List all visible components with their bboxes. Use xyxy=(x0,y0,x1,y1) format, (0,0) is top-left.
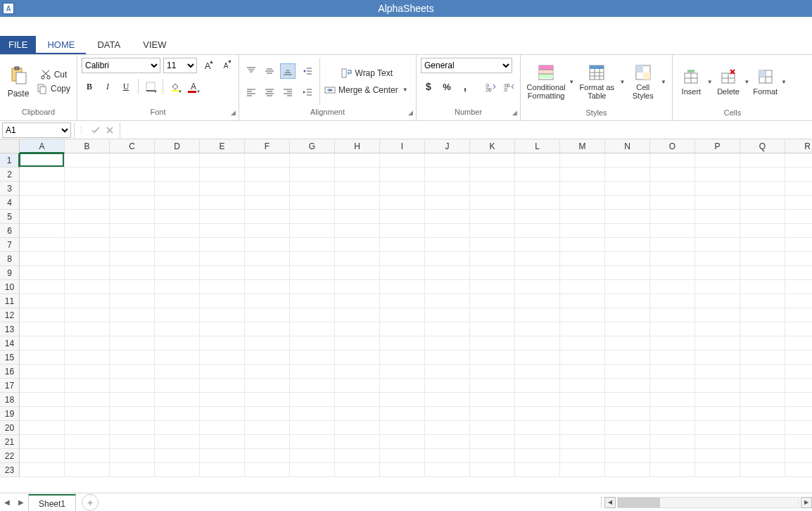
cell[interactable] xyxy=(695,336,740,351)
cell[interactable] xyxy=(245,224,290,238)
grow-font-button[interactable]: A▲ xyxy=(200,58,215,73)
cell[interactable] xyxy=(650,421,695,435)
cell[interactable] xyxy=(290,421,335,435)
row-header[interactable]: 21 xyxy=(0,435,20,449)
align-top-button[interactable] xyxy=(243,63,259,79)
cell[interactable] xyxy=(290,294,335,308)
column-header[interactable]: B xyxy=(65,139,110,153)
cell[interactable] xyxy=(470,210,515,224)
format-as-table-button[interactable]: Format as Table xyxy=(576,58,618,106)
cell[interactable] xyxy=(20,365,65,379)
cell[interactable] xyxy=(425,280,470,294)
cell[interactable] xyxy=(560,393,605,407)
cell[interactable] xyxy=(515,153,560,168)
cell[interactable] xyxy=(155,322,200,336)
cell[interactable] xyxy=(110,308,155,322)
cell[interactable] xyxy=(200,351,245,365)
cell[interactable] xyxy=(380,449,425,463)
cell[interactable] xyxy=(515,294,560,308)
cell[interactable] xyxy=(380,308,425,322)
cell[interactable] xyxy=(380,252,425,266)
cell[interactable] xyxy=(20,449,65,463)
cell[interactable] xyxy=(740,463,785,477)
cell[interactable] xyxy=(425,224,470,238)
cell[interactable] xyxy=(650,168,695,182)
cell[interactable] xyxy=(425,379,470,393)
cell[interactable] xyxy=(605,153,650,168)
row-header[interactable]: 8 xyxy=(0,252,20,266)
cell[interactable] xyxy=(605,280,650,294)
row-header[interactable]: 22 xyxy=(0,449,20,463)
cell[interactable] xyxy=(605,421,650,435)
cell[interactable] xyxy=(785,196,812,210)
cell[interactable] xyxy=(245,266,290,280)
cell[interactable] xyxy=(335,308,380,322)
cell[interactable] xyxy=(380,421,425,435)
cell[interactable] xyxy=(335,351,380,365)
cell[interactable] xyxy=(470,379,515,393)
cell[interactable] xyxy=(785,294,812,308)
cell[interactable] xyxy=(65,379,110,393)
cell[interactable] xyxy=(110,449,155,463)
align-center-button[interactable] xyxy=(262,84,277,100)
row-header[interactable]: 15 xyxy=(0,351,20,365)
cell[interactable] xyxy=(695,421,740,435)
cell[interactable] xyxy=(155,308,200,322)
cell[interactable] xyxy=(425,153,470,168)
cell[interactable] xyxy=(20,224,65,238)
cell[interactable] xyxy=(470,463,515,477)
cell[interactable] xyxy=(470,280,515,294)
cell[interactable] xyxy=(695,435,740,449)
cell[interactable] xyxy=(650,280,695,294)
cond-format-dd-icon[interactable]: ▼ xyxy=(567,79,576,85)
cell[interactable] xyxy=(110,336,155,351)
cell[interactable] xyxy=(740,308,785,322)
decrease-decimal-button[interactable]: .00.0 xyxy=(501,79,516,94)
cell[interactable] xyxy=(695,449,740,463)
formula-input[interactable] xyxy=(123,122,812,138)
cell[interactable] xyxy=(470,308,515,322)
cell[interactable] xyxy=(470,421,515,435)
cell[interactable] xyxy=(605,182,650,196)
cell[interactable] xyxy=(155,266,200,280)
sheet-nav-prev[interactable]: ◀ xyxy=(0,498,14,506)
cell[interactable] xyxy=(155,463,200,477)
cell[interactable] xyxy=(200,336,245,351)
cell[interactable] xyxy=(335,252,380,266)
cell[interactable] xyxy=(335,153,380,168)
cell[interactable] xyxy=(560,421,605,435)
row-header[interactable]: 14 xyxy=(0,336,20,351)
cell[interactable] xyxy=(650,153,695,168)
cell[interactable] xyxy=(785,435,812,449)
cell[interactable] xyxy=(335,336,380,351)
cell[interactable] xyxy=(470,238,515,252)
cell[interactable] xyxy=(380,266,425,280)
cell[interactable] xyxy=(560,280,605,294)
conditional-formatting-button[interactable]: Conditional Formatting xyxy=(525,58,567,106)
cell[interactable] xyxy=(380,168,425,182)
cell[interactable] xyxy=(785,336,812,351)
cell[interactable] xyxy=(200,365,245,379)
align-bottom-button[interactable] xyxy=(280,63,296,79)
cell[interactable] xyxy=(20,153,65,168)
align-left-button[interactable] xyxy=(243,84,259,100)
cell[interactable] xyxy=(65,365,110,379)
cell[interactable] xyxy=(470,435,515,449)
cell[interactable] xyxy=(470,365,515,379)
column-header[interactable]: Q xyxy=(740,139,785,153)
cell[interactable] xyxy=(200,463,245,477)
cell[interactable] xyxy=(290,379,335,393)
cell[interactable] xyxy=(515,168,560,182)
cell[interactable] xyxy=(200,153,245,168)
cell[interactable] xyxy=(560,435,605,449)
copy-button[interactable]: Copy xyxy=(37,83,70,94)
cell[interactable] xyxy=(785,393,812,407)
cell[interactable] xyxy=(245,280,290,294)
cell[interactable] xyxy=(245,182,290,196)
cell[interactable] xyxy=(380,393,425,407)
cell[interactable] xyxy=(470,196,515,210)
cell[interactable] xyxy=(470,322,515,336)
cell[interactable] xyxy=(335,365,380,379)
hscroll-thumb[interactable] xyxy=(618,498,660,507)
cell[interactable] xyxy=(155,435,200,449)
